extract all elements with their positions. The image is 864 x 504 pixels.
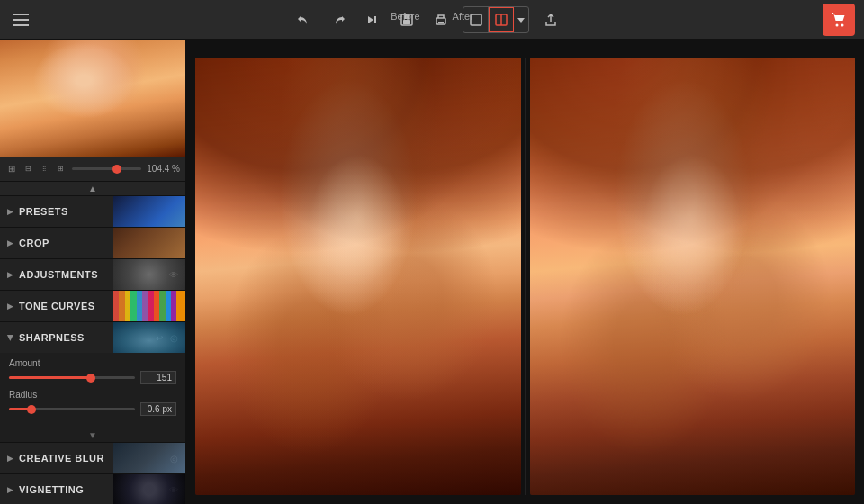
view-toggle-group bbox=[463, 6, 529, 33]
single-view-button[interactable] bbox=[464, 7, 489, 32]
presets-arrow: ▶ bbox=[7, 207, 14, 216]
left-panel: ⊞ ⊟ ⠿ ⊞ 104.4 % ▲ ▶ PRESETS + ▶ bbox=[0, 40, 186, 504]
zoom-dots-icon[interactable]: ⠿ bbox=[38, 163, 50, 176]
print-button[interactable] bbox=[428, 7, 454, 32]
radius-value[interactable]: 0.6 px bbox=[140, 402, 176, 416]
crop-thumb bbox=[113, 228, 185, 258]
toolbar-center bbox=[32, 6, 823, 33]
redo-button[interactable] bbox=[326, 7, 351, 32]
amount-label: Amount bbox=[9, 358, 176, 368]
amount-fill bbox=[9, 376, 91, 379]
crop-arrow: ▶ bbox=[7, 238, 14, 248]
main-area: ⊞ ⊟ ⠿ ⊞ 104.4 % ▲ ▶ PRESETS + ▶ bbox=[0, 40, 864, 504]
radius-label: Radius bbox=[9, 390, 176, 400]
save-button[interactable] bbox=[394, 7, 419, 32]
section-sharpness: ▶ SHARPNESS ↩ ◎ Amount 151 bbox=[0, 322, 185, 443]
presets-thumb bbox=[113, 196, 185, 227]
canvas-area bbox=[186, 40, 864, 504]
share-button[interactable] bbox=[538, 7, 563, 32]
svg-rect-1 bbox=[404, 14, 410, 19]
amount-thumb bbox=[86, 374, 95, 382]
radius-slider-row: Radius 0.6 px bbox=[9, 390, 176, 416]
svg-rect-5 bbox=[471, 14, 482, 25]
before-photo bbox=[195, 58, 521, 495]
split-view-button[interactable] bbox=[489, 7, 514, 32]
svg-point-10 bbox=[842, 23, 844, 26]
zoom-percent: 104.4 % bbox=[147, 164, 180, 174]
zoom-fit-icon[interactable]: ⊞ bbox=[5, 163, 18, 176]
section-crop-header[interactable]: ▶ CROP bbox=[0, 228, 185, 258]
radius-slider[interactable] bbox=[9, 408, 135, 410]
preview-thumbnail bbox=[0, 40, 186, 157]
section-presets: ▶ PRESETS + bbox=[0, 196, 185, 228]
forward-button[interactable] bbox=[360, 7, 385, 32]
menu-button[interactable] bbox=[9, 10, 32, 30]
zoom-out-icon[interactable]: ⊟ bbox=[22, 163, 34, 176]
sharpness-content: Amount 151 Radius bbox=[0, 353, 185, 428]
svg-point-9 bbox=[836, 23, 839, 26]
tone-thumb bbox=[113, 291, 185, 321]
before-photo-content bbox=[195, 58, 521, 495]
view-dropdown-button[interactable] bbox=[514, 7, 528, 32]
undo-button[interactable] bbox=[292, 7, 317, 32]
sharpness-thumb bbox=[113, 322, 185, 353]
svg-marker-8 bbox=[518, 18, 525, 22]
zoom-in-icon[interactable]: ⊞ bbox=[54, 163, 67, 176]
section-chevron-down[interactable]: ▼ bbox=[0, 428, 185, 442]
adjustments-arrow: ▶ bbox=[7, 270, 14, 279]
toolbar-left bbox=[9, 10, 32, 30]
section-adjustments-header[interactable]: ▶ ADJUSTMENTS 👁 bbox=[0, 259, 185, 290]
section-crop: ▶ CROP bbox=[0, 228, 185, 259]
section-vignetting-header[interactable]: ▶ VIGNETTING 👁 bbox=[0, 474, 185, 504]
zoom-bar: ⊞ ⊟ ⠿ ⊞ 104.4 % bbox=[0, 157, 185, 182]
radius-slider-container: 0.6 px bbox=[9, 402, 176, 416]
section-creative-blur: ▶ CREATIVE BLUR ◎ bbox=[0, 443, 185, 474]
section-presets-header[interactable]: ▶ PRESETS + bbox=[0, 196, 185, 227]
amount-slider-row: Amount 151 bbox=[9, 358, 176, 384]
preview-portrait bbox=[0, 40, 186, 157]
vignetting-thumb bbox=[113, 474, 185, 504]
radius-thumb bbox=[27, 405, 36, 414]
section-creative-header[interactable]: ▶ CREATIVE BLUR ◎ bbox=[0, 443, 185, 473]
svg-rect-2 bbox=[403, 20, 410, 24]
toolbar-right bbox=[823, 4, 855, 36]
svg-rect-4 bbox=[438, 22, 444, 23]
tone-arrow: ▶ bbox=[7, 302, 14, 310]
adjustments-thumb bbox=[113, 259, 185, 290]
section-tone-header[interactable]: ▶ TONE CURVES bbox=[0, 291, 185, 321]
collapse-button[interactable]: ▲ bbox=[0, 182, 185, 196]
zoom-slider[interactable] bbox=[72, 167, 141, 170]
zoom-icons: ⊞ ⊟ ⠿ ⊞ bbox=[5, 163, 67, 176]
amount-slider-container: 151 bbox=[9, 371, 176, 384]
cart-button[interactable] bbox=[823, 4, 855, 36]
section-vignetting: ▶ VIGNETTING 👁 bbox=[0, 474, 185, 504]
zoom-slider-thumb bbox=[112, 165, 122, 174]
before-after-divider bbox=[525, 58, 526, 495]
section-adjustments: ▶ ADJUSTMENTS 👁 bbox=[0, 259, 185, 291]
amount-slider[interactable] bbox=[9, 376, 135, 379]
after-photo bbox=[530, 58, 856, 495]
images-container bbox=[186, 40, 864, 504]
after-photo-content bbox=[530, 58, 856, 495]
section-tone-curves: ▶ TONE CURVES bbox=[0, 291, 185, 322]
creative-arrow: ▶ bbox=[7, 454, 14, 463]
creative-thumb bbox=[113, 443, 185, 473]
sharpness-arrow: ▶ bbox=[6, 335, 15, 341]
vignetting-arrow: ▶ bbox=[7, 485, 14, 494]
amount-value[interactable]: 151 bbox=[140, 371, 176, 384]
section-sharpness-header[interactable]: ▶ SHARPNESS ↩ ◎ bbox=[0, 322, 185, 353]
toolbar bbox=[0, 0, 864, 40]
